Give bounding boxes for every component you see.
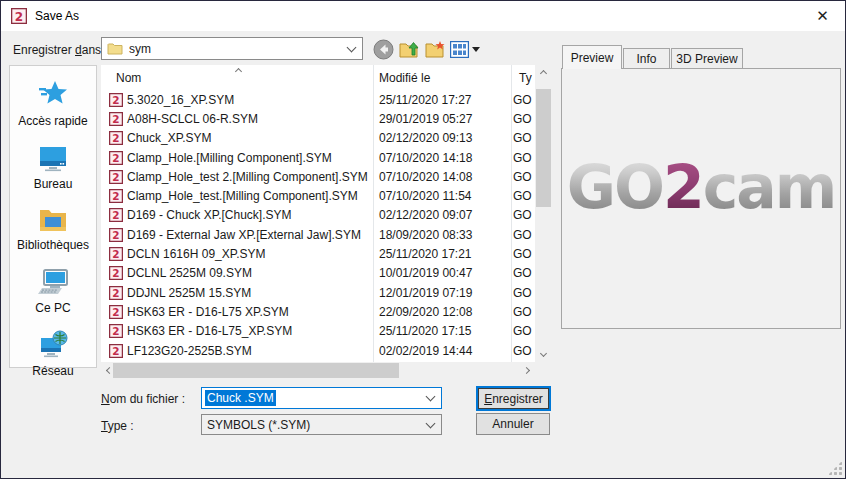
current-folder: sym: [129, 42, 151, 56]
file-row[interactable]: 2 DCLN 1616H 09_XP.SYM 25/11/2020 17:21 …: [101, 244, 535, 263]
horizontal-scrollbar[interactable]: [101, 362, 535, 379]
tab-preview[interactable]: Preview: [562, 45, 622, 69]
chevron-right-icon: [523, 367, 530, 374]
file-row[interactable]: 2 LF123G20-2525B.SYM 02/02/2019 14:44 GO: [101, 341, 535, 360]
svg-text:2: 2: [112, 209, 119, 221]
sym-file-icon: 2: [109, 228, 123, 242]
desktop-icon: [37, 143, 69, 173]
window-title: Save As: [35, 9, 79, 23]
close-button[interactable]: ✕: [800, 1, 845, 30]
sidebar-item-label: Ce PC: [35, 301, 70, 315]
file-modified: 12/01/2019 07:19: [373, 286, 513, 300]
file-row[interactable]: 2 Clamp_Hole_test.[Milling Component].SY…: [101, 186, 535, 205]
column-header-name[interactable]: Nom: [116, 71, 141, 85]
scroll-down-button[interactable]: [535, 345, 552, 362]
title-bar: 2 Save As ✕: [1, 1, 845, 31]
column-header-type[interactable]: Ty: [519, 71, 532, 85]
filename-combobox[interactable]: Chuck .SYM: [201, 387, 442, 409]
save-in-combobox[interactable]: sym: [101, 37, 363, 60]
file-modified: 25/11/2020 17:27: [373, 93, 513, 107]
sidebar-item-desktop[interactable]: Bureau: [10, 143, 96, 191]
svg-text:2: 2: [112, 345, 119, 357]
file-modified: 10/01/2019 00:47: [373, 266, 513, 280]
folder-icon: [107, 42, 123, 55]
file-modified: 02/12/2020 09:07: [373, 208, 513, 222]
file-type: GO: [513, 266, 535, 280]
view-menu-button[interactable]: [449, 38, 481, 61]
file-row[interactable]: 2 DCLNL 2525M 09.SYM 10/01/2019 00:47 GO: [101, 264, 535, 283]
filename-value: Chuck .SYM: [205, 390, 276, 406]
file-row[interactable]: 2 A08H-SCLCL 06-R.SYM 29/01/2019 05:27 G…: [101, 109, 535, 128]
resize-grip-icon[interactable]: [828, 461, 842, 475]
horizontal-scroll-thumb[interactable]: [113, 363, 399, 378]
sym-file-icon: 2: [109, 266, 123, 280]
file-row[interactable]: 2 HSK63 ER - D16-L75 XP.SYM 22/09/2020 1…: [101, 302, 535, 321]
file-name: D169 - External Jaw XP.[External Jaw].SY…: [127, 228, 361, 242]
cancel-button-label: Annuler: [492, 417, 533, 431]
sidebar-item-label: Réseau: [32, 364, 73, 378]
file-modified: 07/10/2020 11:54: [373, 189, 513, 203]
tab-info[interactable]: Info: [623, 48, 670, 69]
tab-label: Preview: [571, 51, 614, 65]
column-header-modified[interactable]: Modifié le: [379, 71, 430, 85]
file-row[interactable]: 2 D169 - Chuck XP.[Chuck].SYM 02/12/2020…: [101, 206, 535, 225]
sidebar-item-network[interactable]: Réseau: [10, 330, 96, 378]
file-modified: 22/09/2020 12:08: [373, 305, 513, 319]
sym-file-icon: 2: [109, 324, 123, 338]
chevron-up-icon: [540, 70, 547, 77]
file-name: D169 - Chuck XP.[Chuck].SYM: [127, 208, 292, 222]
new-folder-button[interactable]: [424, 38, 447, 61]
sidebar-item-label: Bibliothèques: [17, 238, 89, 252]
svg-text:2: 2: [112, 248, 119, 260]
file-type: GO: [513, 344, 535, 358]
tab-3d-preview[interactable]: 3D Preview: [671, 48, 743, 69]
save-button[interactable]: Enregistrer: [478, 388, 549, 409]
file-row[interactable]: 2 D169 - External Jaw XP.[External Jaw].…: [101, 225, 535, 244]
chevron-down-icon: [347, 42, 357, 52]
file-row[interactable]: 2 Chuck_XP.SYM 02/12/2020 09:13 GO: [101, 129, 535, 148]
sidebar-item-quick-access[interactable]: Accès rapide: [10, 78, 96, 128]
go2cam-app-icon: 2: [11, 8, 27, 24]
up-one-level-button[interactable]: [398, 38, 421, 61]
sidebar-item-libraries[interactable]: Bibliothèques: [10, 206, 96, 252]
file-type: GO: [513, 170, 535, 184]
chevron-down-icon: [472, 47, 480, 52]
scroll-up-button[interactable]: [535, 65, 552, 82]
sym-file-icon: 2: [109, 305, 123, 319]
file-type: GO: [513, 189, 535, 203]
chevron-down-icon: [540, 350, 547, 357]
tab-label: 3D Preview: [676, 52, 737, 66]
file-row[interactable]: 2 HSK63 ER - D16-L75_XP.SYM 25/11/2020 1…: [101, 322, 535, 341]
vertical-scroll-thumb[interactable]: [536, 89, 551, 207]
file-name: HSK63 ER - D16-L75 XP.SYM: [127, 305, 289, 319]
go2cam-logo: GO2cam: [562, 157, 840, 217]
back-button[interactable]: [372, 38, 395, 61]
file-modified: 07/10/2020 14:08: [373, 170, 513, 184]
cancel-button[interactable]: Annuler: [476, 413, 550, 435]
file-row[interactable]: 2 Clamp_Hole_test 2.[Milling Component].…: [101, 167, 535, 186]
file-rows: 2 5.3020_16_XP.SYM 25/11/2020 17:27 GO 2: [101, 90, 535, 362]
file-type: GO: [513, 151, 535, 165]
file-row[interactable]: 2 DDJNL 2525M 15.SYM 12/01/2019 07:19 GO: [101, 283, 535, 302]
network-icon: [37, 330, 69, 360]
file-name: Clamp_Hole_test.[Milling Component].SYM: [127, 189, 358, 203]
back-icon: [373, 39, 394, 60]
file-name: DCLN 1616H 09_XP.SYM: [127, 247, 266, 261]
sym-file-icon: 2: [109, 93, 123, 107]
list-header: Nom Modifié le Ty: [101, 65, 535, 89]
sym-file-icon: 2: [109, 247, 123, 261]
view-menu-icon: [450, 41, 469, 58]
svg-text:2: 2: [112, 113, 119, 125]
file-type-combobox[interactable]: SYMBOLS (*.SYM): [201, 414, 442, 435]
scroll-right-button[interactable]: [518, 362, 535, 379]
file-list: Nom Modifié le Ty 2 5.3020_16_XP.SYM 25/…: [101, 65, 535, 362]
sidebar-item-this-pc[interactable]: Ce PC: [10, 267, 96, 315]
chevron-down-icon: [426, 418, 436, 428]
svg-text:2: 2: [112, 306, 119, 318]
file-row[interactable]: 2 5.3020_16_XP.SYM 25/11/2020 17:27 GO: [101, 90, 535, 109]
file-row[interactable]: 2 Clamp_Hole.[Milling Component].SYM 07/…: [101, 148, 535, 167]
file-type: GO: [513, 208, 535, 222]
preview-panel: GO2cam: [561, 68, 841, 329]
file-modified: 29/01/2019 05:27: [373, 112, 513, 126]
vertical-scrollbar[interactable]: [535, 65, 552, 362]
